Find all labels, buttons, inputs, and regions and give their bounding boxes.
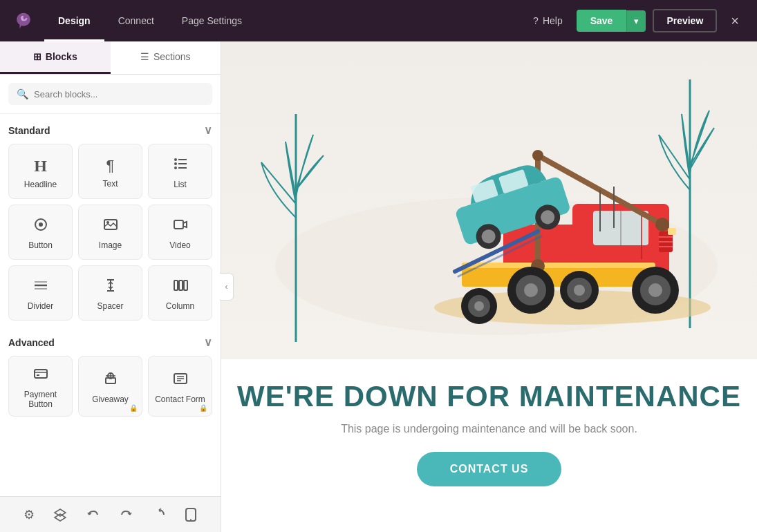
svg-point-7 xyxy=(39,222,43,227)
blocks-icon: ⊞ xyxy=(33,51,41,62)
redo-button[interactable] xyxy=(115,504,137,526)
block-column[interactable]: Column xyxy=(148,265,212,321)
block-spacer[interactable]: Spacer xyxy=(78,265,142,321)
contact-us-button[interactable]: CONTACT US xyxy=(417,452,562,486)
nav-design[interactable]: Design xyxy=(44,0,104,41)
giveaway-lock-icon: 🔒 xyxy=(129,404,138,412)
search-icon: 🔍 xyxy=(17,88,28,99)
main-layout: ⊞ Blocks ☰ Sections 🔍 Standard ∨ xyxy=(0,41,757,532)
save-dropdown-button[interactable]: ▾ xyxy=(626,10,646,32)
svg-point-49 xyxy=(655,218,669,231)
save-group: Save ▾ xyxy=(577,10,646,32)
svg-rect-10 xyxy=(174,220,183,229)
svg-marker-26 xyxy=(55,509,66,516)
divider-icon xyxy=(33,278,48,297)
svg-rect-17 xyxy=(35,370,47,378)
divider-label: Divider xyxy=(28,301,53,311)
list-icon xyxy=(173,156,188,175)
nav-connect[interactable]: Connect xyxy=(104,0,168,41)
block-payment-button[interactable]: Payment Button xyxy=(8,356,73,417)
svg-rect-16 xyxy=(184,281,187,290)
text-label: Text xyxy=(102,179,118,189)
panel-collapse-button[interactable]: ‹ xyxy=(220,273,234,301)
close-button[interactable]: × xyxy=(724,9,746,33)
block-text[interactable]: ¶ Text xyxy=(78,144,142,199)
top-nav: Design Connect Page Settings xyxy=(44,0,526,41)
svg-rect-43 xyxy=(668,228,676,235)
button-icon xyxy=(33,217,48,236)
standard-section-header[interactable]: Standard ∨ xyxy=(8,114,212,144)
headline-icon: H xyxy=(34,157,47,175)
maintenance-title: WE'RE DOWN FOR MAINTENANCE xyxy=(237,380,741,413)
svg-point-67 xyxy=(524,283,538,297)
tab-blocks[interactable]: ⊞ Blocks xyxy=(0,41,111,74)
svg-rect-19 xyxy=(37,374,39,376)
image-icon xyxy=(103,217,118,236)
block-image[interactable]: Image xyxy=(78,205,142,260)
advanced-label: Advanced xyxy=(8,337,55,348)
block-giveaway[interactable]: Giveaway 🔒 xyxy=(78,356,142,417)
panel-content: Standard ∨ H Headline ¶ Text xyxy=(0,114,221,496)
svg-point-50 xyxy=(532,150,543,161)
contact-form-icon xyxy=(173,371,188,390)
tow-truck-svg xyxy=(241,59,738,349)
save-button[interactable]: Save xyxy=(577,10,627,32)
svg-point-9 xyxy=(106,221,109,224)
contact-form-label: Contact Form xyxy=(155,395,205,404)
column-label: Column xyxy=(166,301,194,311)
panel-tabs: ⊞ Blocks ☰ Sections xyxy=(0,41,221,75)
spacer-icon xyxy=(103,278,118,297)
giveaway-label: Giveaway xyxy=(92,395,129,404)
block-divider[interactable]: Divider xyxy=(8,265,73,321)
canvas-area: WE'RE DOWN FOR MAINTENANCE This page is … xyxy=(221,41,757,532)
sections-icon: ☰ xyxy=(140,51,149,62)
svg-rect-45 xyxy=(462,263,655,268)
headline-label: Headline xyxy=(24,180,57,189)
payment-button-label: Payment Button xyxy=(15,390,66,409)
block-contact-form[interactable]: Contact Form 🔒 xyxy=(148,356,212,417)
svg-point-29 xyxy=(190,519,191,520)
blocks-label: Blocks xyxy=(46,51,77,62)
block-button[interactable]: Button xyxy=(8,205,73,260)
svg-point-73 xyxy=(474,301,484,311)
preview-button[interactable]: Preview xyxy=(653,9,717,32)
video-icon xyxy=(173,217,188,236)
text-icon: ¶ xyxy=(106,157,115,175)
maintenance-illustration xyxy=(221,41,757,359)
standard-chevron: ∨ xyxy=(204,124,212,137)
svg-rect-15 xyxy=(179,281,183,290)
advanced-blocks-grid: Payment Button Giveaway 🔒 Contact Form xyxy=(8,356,212,417)
svg-marker-27 xyxy=(55,514,66,521)
refresh-button[interactable] xyxy=(148,504,170,526)
list-label: List xyxy=(174,180,187,189)
block-headline[interactable]: H Headline xyxy=(8,144,73,199)
layers-button[interactable] xyxy=(49,504,71,526)
nav-page-settings[interactable]: Page Settings xyxy=(168,0,256,41)
svg-point-4 xyxy=(174,162,177,165)
topbar-right: ? Help Save ▾ Preview × xyxy=(526,9,746,33)
logo xyxy=(11,8,36,33)
svg-point-64 xyxy=(648,283,662,297)
undo-button[interactable] xyxy=(82,504,104,526)
help-label: Help xyxy=(543,15,563,26)
standard-blocks-grid: H Headline ¶ Text List xyxy=(8,144,212,321)
video-label: Video xyxy=(169,240,190,250)
page-canvas: WE'RE DOWN FOR MAINTENANCE This page is … xyxy=(221,41,757,532)
contact-form-lock-icon: 🔒 xyxy=(199,404,207,412)
svg-rect-14 xyxy=(174,281,178,290)
image-label: Image xyxy=(99,240,122,250)
payment-button-icon xyxy=(33,366,48,386)
block-list[interactable]: List xyxy=(148,144,212,199)
block-video[interactable]: Video xyxy=(148,205,212,260)
search-input[interactable] xyxy=(34,89,204,99)
advanced-chevron: ∨ xyxy=(204,336,212,349)
svg-point-3 xyxy=(174,158,177,161)
tab-sections[interactable]: ☰ Sections xyxy=(111,41,221,74)
sections-label: Sections xyxy=(153,51,191,62)
mobile-view-button[interactable] xyxy=(180,504,201,526)
settings-button[interactable]: ⚙ xyxy=(19,503,39,526)
help-button[interactable]: ? Help xyxy=(526,11,570,30)
topbar: Design Connect Page Settings ? Help Save… xyxy=(0,0,757,41)
maintenance-text-section: WE'RE DOWN FOR MAINTENANCE This page is … xyxy=(221,359,757,500)
advanced-section-header[interactable]: Advanced ∨ xyxy=(8,326,212,356)
